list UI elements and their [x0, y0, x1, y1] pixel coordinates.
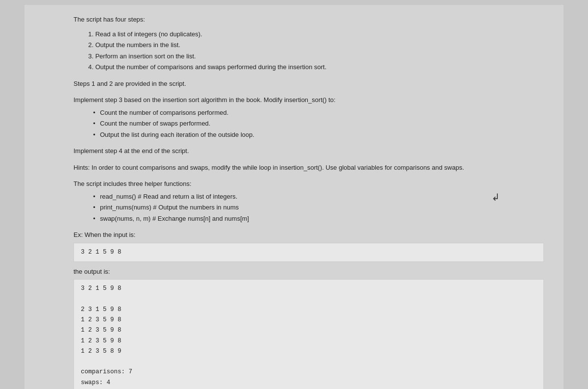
implement-step4-section: Implement step 4 at the end of the scrip… — [74, 146, 544, 156]
step-1: 1. Read a list of integers (no duplicate… — [88, 29, 544, 39]
example-intro-text: Ex: When the input is: — [74, 230, 544, 240]
output-value: 3 2 1 5 9 8 2 3 1 5 9 8 1 2 3 5 9 8 1 2 … — [81, 285, 132, 386]
hints-text: Hints: In order to count comparisons and… — [74, 163, 544, 173]
intro-section: The script has four steps: 1. Read a lis… — [74, 15, 544, 72]
helper-read-nums: read_nums() # Read and return a list of … — [93, 192, 544, 202]
step-4: 4. Output the number of comparisons and … — [88, 62, 544, 72]
input-value: 3 2 1 5 9 8 — [81, 249, 122, 256]
hints-section: Hints: In order to count comparisons and… — [74, 163, 544, 173]
steps-note-section: Steps 1 and 2 are provided in the script… — [74, 79, 544, 89]
helper-intro-text: The script includes three helper functio… — [74, 179, 544, 189]
bullet-comparisons: Count the number of comparisons performe… — [93, 108, 544, 118]
bullet-swaps: Count the number of swaps performed. — [93, 119, 544, 129]
bullet-output: Output the list during each iteration of… — [93, 130, 544, 140]
step-3: 3. Perform an insertion sort on the list… — [88, 52, 544, 61]
helper-section: The script includes three helper functio… — [74, 179, 544, 223]
intro-text: The script has four steps: — [74, 15, 544, 25]
output-code-box: 3 2 1 5 9 8 2 3 1 5 9 8 1 2 3 5 9 8 1 2 … — [74, 279, 544, 389]
helper-print-nums: print_nums(nums) # Output the numbers in… — [93, 203, 544, 212]
steps-note: Steps 1 and 2 are provided in the script… — [74, 79, 544, 89]
page-container: The script has four steps: 1. Read a lis… — [24, 5, 564, 389]
implement-step4-text: Implement step 4 at the end of the scrip… — [74, 146, 544, 156]
output-label: the output is: — [74, 267, 544, 277]
steps-list: 1. Read a list of integers (no duplicate… — [74, 29, 544, 72]
step-2: 2. Output the numbers in the list. — [88, 40, 544, 50]
helper-bullets: read_nums() # Read and return a list of … — [74, 192, 544, 224]
example-section: Ex: When the input is: 3 2 1 5 9 8 the o… — [74, 230, 544, 389]
implement-step3-text: Implement step 3 based on the insertion … — [74, 95, 544, 105]
helper-swap: swap(nums, n, m) # Exchange nums[n] and … — [93, 214, 544, 224]
input-code-box: 3 2 1 5 9 8 — [74, 243, 544, 262]
step3-bullets: Count the number of comparisons performe… — [74, 108, 544, 140]
cursor-icon: ↳ — [491, 191, 500, 203]
implement-step3-section: Implement step 3 based on the insertion … — [74, 95, 544, 139]
